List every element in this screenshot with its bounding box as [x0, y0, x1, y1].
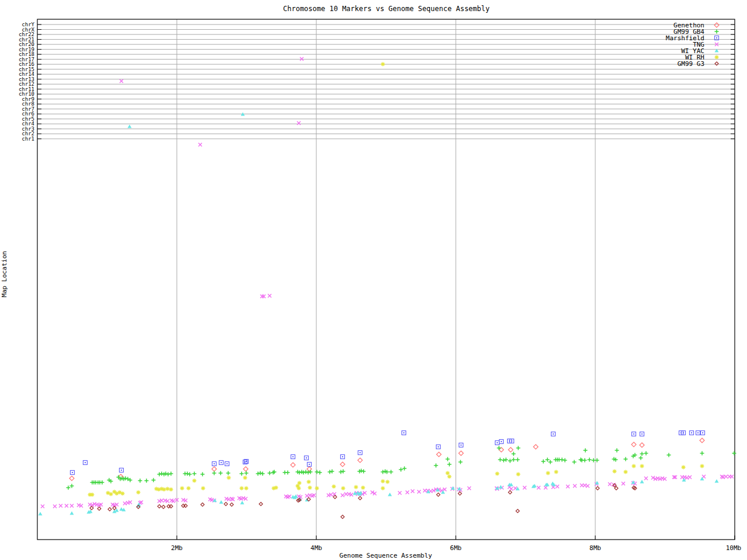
- x-tick-label: 2Mb: [171, 544, 183, 552]
- marker-genethon: [533, 444, 538, 449]
- marker-gm99-g3: [224, 502, 228, 506]
- marker-wi-yac: [240, 501, 245, 505]
- marker-gm99-gb4: [362, 470, 366, 474]
- chart-title: Chromosome 10 Markers vs Genome Sequence…: [283, 5, 490, 13]
- marker-wi-rh: [381, 487, 385, 491]
- marker-gm99-gb4: [595, 459, 599, 463]
- marker-gm99-g3: [97, 507, 101, 510]
- marker-gm99-gb4: [389, 470, 393, 474]
- chromosome-label: chr1: [22, 136, 34, 142]
- marker-gm99-gb4: [508, 459, 512, 463]
- marker-gm99-gb4: [219, 471, 223, 475]
- marker-wi-rh: [640, 464, 644, 468]
- marker-wi-rh: [546, 471, 550, 475]
- marker-gm99-gb4: [188, 473, 192, 477]
- marker-gm99-gb4: [381, 470, 385, 474]
- marker-genethon: [243, 467, 248, 471]
- marker-wi-rh: [332, 485, 336, 489]
- marker-wi-yac: [715, 480, 719, 483]
- marker-gm99-g3: [201, 503, 204, 506]
- marker-wi-yac: [499, 485, 503, 489]
- marker-tng: [467, 487, 471, 490]
- marker-tng: [417, 490, 421, 494]
- marker-marshfield: [83, 461, 88, 465]
- marker-gm99-gb4: [497, 446, 501, 450]
- marker-gm99-gb4: [261, 472, 265, 476]
- marker-wi-rh: [274, 486, 278, 490]
- marker-tng: [566, 485, 570, 488]
- marker-marshfield: [459, 443, 463, 447]
- marker-marshfield: [120, 468, 124, 473]
- marker-tng: [509, 487, 513, 491]
- marker-gm99-gb4: [166, 473, 170, 477]
- marker-gm99-gb4: [245, 471, 249, 475]
- marker-genethon: [508, 447, 513, 452]
- marker-tng: [120, 79, 123, 83]
- marker-wi-rh: [381, 62, 385, 66]
- marker-gm99-g3: [358, 496, 362, 500]
- marker-gm99-gb4: [186, 472, 190, 476]
- marker-genethon: [340, 462, 345, 467]
- marker-wi-rh: [193, 479, 197, 483]
- x-tick-label: 6Mb: [450, 544, 462, 552]
- y-axis-label: Map Location: [1, 251, 8, 297]
- marker-genethon: [631, 442, 636, 447]
- marker-tng: [586, 484, 589, 488]
- marker-gm99-gb4: [434, 464, 438, 468]
- marker-tng: [333, 492, 336, 496]
- marker-gm99-g3: [341, 515, 344, 519]
- marker-wi-rh: [90, 493, 95, 497]
- marker-wi-rh: [180, 487, 184, 491]
- marker-gm99-gb4: [504, 458, 508, 462]
- marker-wi-rh: [245, 487, 249, 491]
- marker-marshfield: [402, 431, 406, 435]
- x-tick-label: 4Mb: [310, 544, 322, 552]
- marker-wi-rh: [682, 466, 686, 470]
- marker-gm99-gb4: [560, 458, 564, 462]
- marker-gm99-g3: [508, 491, 512, 494]
- marker-marshfield: [640, 432, 644, 436]
- marker-gm99-gb4: [615, 449, 619, 453]
- marker-tng: [644, 477, 648, 480]
- marker-gm99-gb4: [318, 471, 322, 475]
- marker-genethon: [437, 452, 441, 457]
- marker-tng: [544, 486, 547, 489]
- legend-label: GM99 G3: [678, 60, 704, 68]
- marker-marshfield: [305, 456, 309, 460]
- marker-wi-rh-legend: [715, 55, 719, 60]
- marker-gm99-gb4: [512, 458, 516, 462]
- marker-gm99-g3: [259, 502, 263, 506]
- marker-gm99-gb4: [546, 458, 550, 462]
- marker-wi-rh: [554, 470, 558, 474]
- x-tick-label: 8Mb: [589, 544, 601, 552]
- marker-gm99-gb4: [67, 486, 71, 490]
- marker-wi-rh: [354, 485, 358, 489]
- marker-gm99-gb4: [512, 452, 516, 456]
- marker-gm99-gb4: [700, 452, 704, 456]
- marker-wi-rh: [516, 473, 521, 477]
- marker-tng: [70, 504, 74, 508]
- marker-gm99-gb4: [304, 470, 308, 474]
- marker-gm99-gb4: [403, 467, 407, 471]
- marker-genethon: [307, 467, 312, 471]
- marker-gm99-gb4: [584, 449, 588, 453]
- points-layer: [39, 57, 736, 519]
- marker-wi-rh: [243, 476, 247, 480]
- marker-gm99-gb4: [498, 458, 502, 462]
- marker-marshfield: [500, 440, 504, 444]
- marker-tng: [622, 482, 625, 485]
- marker-tng: [297, 121, 301, 125]
- marker-wi-rh: [446, 471, 450, 475]
- marker-marshfield: [437, 445, 441, 449]
- plot-border: [37, 19, 735, 540]
- marker-gm99-gb4: [448, 463, 452, 467]
- marker-gm99-gb4: [286, 471, 290, 475]
- marker-gm99-gb4: [309, 470, 313, 474]
- marker-gm99-gb4: [573, 460, 577, 464]
- marker-gm99-g3: [181, 504, 185, 508]
- marker-gm99-gb4: [732, 452, 736, 456]
- marker-wi-rh: [613, 470, 617, 474]
- marker-tng: [300, 57, 303, 61]
- marker-gm99-gb4: [502, 459, 506, 463]
- marker-marshfield: [341, 455, 345, 459]
